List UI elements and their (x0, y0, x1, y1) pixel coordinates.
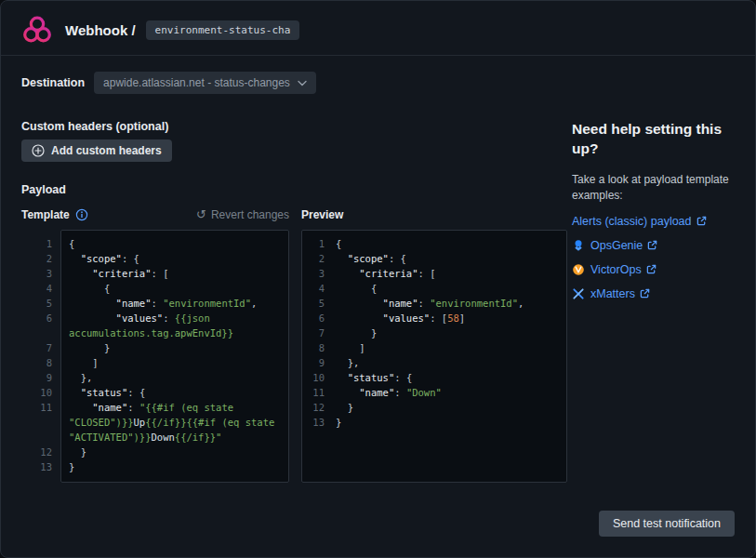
plus-circle-icon (32, 144, 45, 157)
code-line: "criteria": [ (69, 266, 281, 281)
destination-value: apwide.atlassian.net - status-changes (103, 76, 290, 89)
code-line: "name": "{{#if (eq state (69, 400, 281, 415)
code-line: { (336, 236, 563, 251)
code-line: }, (69, 370, 281, 385)
line-number: 2 (302, 251, 325, 266)
code-line: "scope": { (336, 251, 563, 266)
preview-label: Preview (301, 208, 343, 221)
line-number: 8 (29, 355, 52, 370)
revert-changes-label: Revert changes (211, 208, 289, 221)
code-line: "values": [58] (336, 311, 563, 326)
line-number: 7 (302, 326, 325, 340)
line-number: 3 (29, 266, 52, 281)
header: Webhook / environment-status-cha (20, 12, 299, 47)
line-number: 6 (29, 311, 52, 326)
link-label: OpsGenie (590, 239, 643, 252)
line-number: 1 (302, 236, 325, 251)
line-number (29, 415, 52, 430)
help-link-row: xMatters (572, 285, 743, 302)
code-line: "values": {{json (69, 311, 281, 326)
external-link-icon (640, 288, 650, 299)
link-opsgenie[interactable]: OpsGenie (590, 239, 657, 252)
info-icon[interactable] (75, 208, 88, 221)
link-label: VictorOps (590, 263, 642, 276)
line-number: 11 (302, 385, 325, 400)
template-editor[interactable]: 12345678910111213 { "scope": { "criteria… (29, 230, 289, 483)
external-link-icon (696, 216, 707, 226)
victorops-icon (572, 263, 585, 276)
line-number (29, 430, 52, 445)
code-line: ] (69, 355, 281, 370)
code-line: { (69, 236, 281, 251)
page-title: Webhook / (65, 22, 136, 38)
line-number: 9 (29, 370, 52, 385)
chevron-down-icon (298, 80, 307, 86)
opsgenie-icon (572, 239, 585, 252)
line-number: 13 (302, 415, 325, 430)
link-xmatters[interactable]: xMatters (590, 287, 650, 300)
destination-label: Destination (21, 76, 85, 89)
link-victorops[interactable]: VictorOps (590, 263, 657, 276)
add-custom-headers-button[interactable]: Add custom headers (21, 140, 172, 162)
external-link-icon (647, 240, 657, 250)
line-number: 4 (302, 281, 325, 296)
line-number: 7 (29, 340, 52, 355)
code-line: "status": { (336, 370, 563, 385)
link-alerts-classic-payload[interactable]: Alerts (classic) payload (572, 215, 707, 228)
code-line: }, (336, 355, 563, 370)
line-number: 5 (302, 296, 325, 311)
code-line: "criteria": [ (336, 266, 563, 281)
help-title: Need help setting this up? (572, 119, 743, 158)
xmatters-icon (572, 287, 585, 300)
preview-code-area: { "scope": { "criteria": [ { "name": "en… (332, 231, 566, 482)
help-subtitle: Take a look at payload template examples… (572, 172, 743, 204)
code-line: { (336, 281, 563, 296)
template-header: Template ↺ Revert changes (21, 208, 289, 221)
line-number: 2 (29, 251, 52, 266)
line-number: 4 (29, 281, 52, 296)
code-line: "name": "Down" (336, 385, 563, 400)
payload-label: Payload (21, 183, 66, 196)
code-line: "scope": { (69, 251, 281, 266)
line-number: 5 (29, 296, 52, 311)
help-panel: Need help setting this up? Take a look a… (572, 119, 743, 309)
revert-changes-button[interactable]: ↺ Revert changes (196, 208, 289, 221)
webhook-name-badge: environment-status-cha (146, 20, 300, 40)
code-line: "name": "environmentId", (336, 296, 563, 311)
preview-editor: 12345678910111213 { "scope": { "criteria… (301, 230, 567, 483)
code-line: "CLOSED")}}Up{{/if}}{{#if (eq state (69, 415, 281, 430)
code-line: } (336, 415, 563, 430)
code-line: } (336, 326, 563, 340)
template-line-numbers: 12345678910111213 (29, 230, 60, 483)
send-test-notification-button[interactable]: Send test notification (599, 511, 735, 537)
line-number: 8 (302, 340, 325, 355)
webhook-editor-window: Webhook / environment-status-cha Destina… (0, 0, 756, 558)
help-link-row: VictorOps (572, 260, 743, 278)
line-number: 13 (29, 459, 52, 474)
destination-select[interactable]: apwide.atlassian.net - status-changes (94, 72, 316, 94)
line-number: 10 (29, 385, 52, 400)
custom-headers-label: Custom headers (optional) (21, 120, 168, 133)
code-line: ] (336, 340, 563, 355)
code-line: { (69, 281, 281, 296)
webhook-logo-icon (20, 12, 55, 47)
code-line: "ACTIVATED")}}Down{{/if}}" (69, 430, 281, 445)
revert-icon: ↺ (196, 209, 206, 220)
header-divider (1, 55, 755, 56)
line-number (29, 326, 52, 340)
code-line: } (336, 400, 563, 415)
line-number: 1 (29, 236, 52, 251)
add-custom-headers-label: Add custom headers (51, 144, 162, 157)
code-line: } (69, 340, 281, 355)
code-line: } (69, 445, 281, 459)
template-code-area[interactable]: { "scope": { "criteria": [ { "name": "en… (60, 230, 289, 483)
code-line: "name": "environmentId", (69, 296, 281, 311)
link-label: Alerts (classic) payload (572, 215, 692, 228)
line-number: 12 (29, 445, 52, 459)
preview-line-numbers: 12345678910111213 (302, 231, 332, 482)
help-link-row: OpsGenie (572, 236, 743, 254)
line-number: 9 (302, 355, 325, 370)
external-link-icon (646, 264, 657, 274)
line-number: 12 (302, 400, 325, 415)
line-number: 11 (29, 400, 52, 415)
